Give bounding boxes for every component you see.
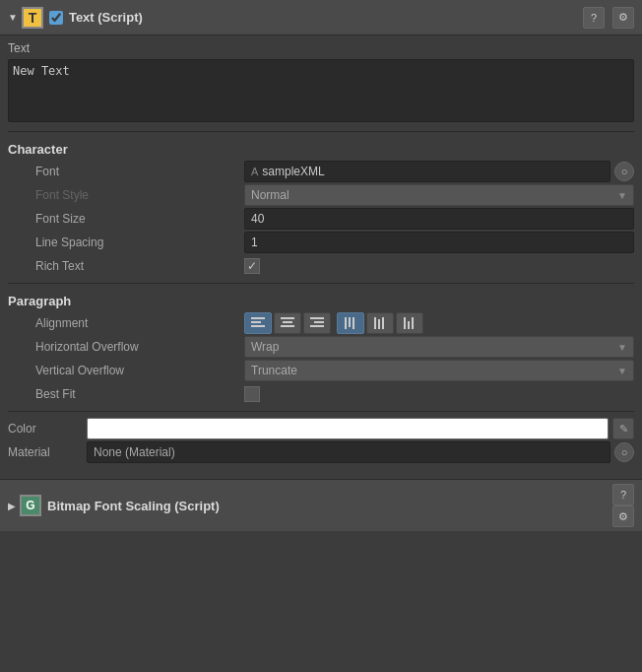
character-heading: Character (8, 142, 634, 157)
font-size-input[interactable] (244, 208, 634, 230)
font-size-label: Font Size (8, 212, 244, 226)
horizontal-overflow-value: Wrap (251, 340, 279, 354)
bitmap-settings-button[interactable]: ⚙ (612, 505, 634, 527)
bitmap-collapse-arrow[interactable]: ▶ (8, 501, 16, 511)
bitmap-help-button[interactable]: ? (612, 484, 634, 505)
font-style-dropdown[interactable]: Normal ▼ (244, 184, 634, 206)
svg-rect-5 (281, 325, 294, 327)
svg-rect-11 (353, 317, 354, 329)
svg-rect-1 (251, 321, 261, 323)
font-field-row: A sampleXML ○ (244, 161, 634, 182)
vertical-overflow-label: Vertical Overflow (8, 364, 244, 377)
rich-text-row: Rich Text (8, 255, 634, 277)
vert-overflow-arrow: ▼ (617, 366, 627, 376)
vertical-overflow-value: Truncate (251, 364, 297, 377)
svg-rect-9 (345, 317, 347, 329)
font-style-label: Font Style (8, 188, 244, 202)
horizontal-overflow-row: Horizontal Overflow Wrap ▼ (8, 336, 634, 358)
font-style-row: Font Style Normal ▼ (8, 184, 634, 206)
align-middle-button[interactable] (366, 312, 394, 334)
color-swatch[interactable] (87, 418, 609, 439)
material-label: Material (8, 445, 87, 459)
svg-rect-17 (412, 317, 414, 329)
svg-rect-8 (310, 325, 324, 327)
horiz-align-group (244, 312, 331, 334)
rich-text-label: Rich Text (8, 259, 244, 273)
font-value: sampleXML (262, 165, 324, 178)
align-bottom-button[interactable] (396, 312, 423, 334)
font-row: Font A sampleXML ○ (8, 161, 634, 182)
svg-rect-0 (251, 317, 265, 319)
panel-header: ▼ T Text (Script) ? ⚙ (0, 0, 642, 35)
text-script-panel: ▼ T Text (Script) ? ⚙ Text New Text Char… (0, 0, 642, 531)
vertical-overflow-row: Vertical Overflow Truncate ▼ (8, 360, 634, 381)
svg-rect-7 (314, 321, 324, 323)
align-left-button[interactable] (244, 312, 272, 334)
font-select-button[interactable]: ○ (614, 162, 634, 181)
svg-rect-3 (281, 317, 294, 319)
paragraph-heading: Paragraph (8, 294, 634, 308)
svg-rect-15 (404, 317, 406, 329)
svg-rect-12 (374, 317, 376, 329)
vertical-overflow-dropdown[interactable]: Truncate ▼ (244, 360, 634, 381)
material-value: None (Material) (94, 445, 175, 459)
font-field[interactable]: A sampleXML (244, 161, 610, 182)
font-file-icon: A (251, 166, 258, 177)
enable-checkbox[interactable] (49, 11, 63, 25)
header-actions: ? ⚙ (583, 7, 634, 29)
line-spacing-row: Line Spacing (8, 232, 634, 253)
material-field[interactable]: None (Material) (87, 441, 610, 463)
material-row: Material None (Material) ○ (8, 441, 634, 463)
panel-title: Text (Script) (69, 10, 583, 25)
align-center-button[interactable] (274, 312, 301, 334)
line-spacing-input[interactable] (244, 232, 634, 253)
bottom-header-actions: ? ⚙ (612, 484, 634, 527)
alignment-row: Alignment (8, 312, 634, 334)
align-right-button[interactable] (303, 312, 331, 334)
best-fit-checkbox[interactable] (244, 386, 260, 402)
horiz-overflow-arrow: ▼ (617, 342, 627, 353)
vert-align-group (337, 312, 423, 334)
svg-rect-4 (283, 321, 292, 323)
font-style-value: Normal (251, 188, 289, 202)
collapse-arrow[interactable]: ▼ (8, 12, 18, 23)
material-select-button[interactable]: ○ (614, 442, 634, 462)
best-fit-row: Best Fit (8, 383, 634, 405)
text-section-label: Text (8, 41, 634, 55)
horizontal-overflow-label: Horizontal Overflow (8, 340, 244, 354)
panel-content: Text New Text Character Font A sampleXML… (0, 35, 642, 471)
svg-rect-2 (251, 325, 265, 327)
best-fit-label: Best Fit (8, 387, 244, 401)
bitmap-icon: G (20, 495, 41, 516)
settings-button[interactable]: ⚙ (612, 7, 634, 29)
font-label: Font (8, 165, 244, 178)
dropdown-arrow: ▼ (617, 190, 627, 201)
color-pencil-button[interactable]: ✎ (612, 418, 634, 439)
align-top-button[interactable] (337, 312, 364, 334)
rich-text-checkbox[interactable] (244, 258, 260, 274)
svg-rect-16 (408, 321, 410, 329)
font-size-row: Font Size (8, 208, 634, 230)
horizontal-overflow-dropdown[interactable]: Wrap ▼ (244, 336, 634, 358)
text-icon: T (22, 7, 43, 29)
bitmap-font-header: ▶ G Bitmap Font Scaling (Script) ? ⚙ (0, 479, 642, 531)
svg-rect-6 (310, 317, 324, 319)
bitmap-title: Bitmap Font Scaling (Script) (47, 499, 612, 513)
alignment-label: Alignment (8, 316, 244, 330)
help-button[interactable]: ? (583, 7, 605, 29)
svg-rect-13 (378, 319, 380, 329)
color-label: Color (8, 422, 87, 436)
color-row: Color ✎ (8, 418, 634, 439)
line-spacing-label: Line Spacing (8, 235, 244, 249)
svg-rect-10 (349, 317, 351, 327)
svg-rect-14 (382, 317, 384, 329)
text-input[interactable]: New Text (8, 59, 634, 122)
